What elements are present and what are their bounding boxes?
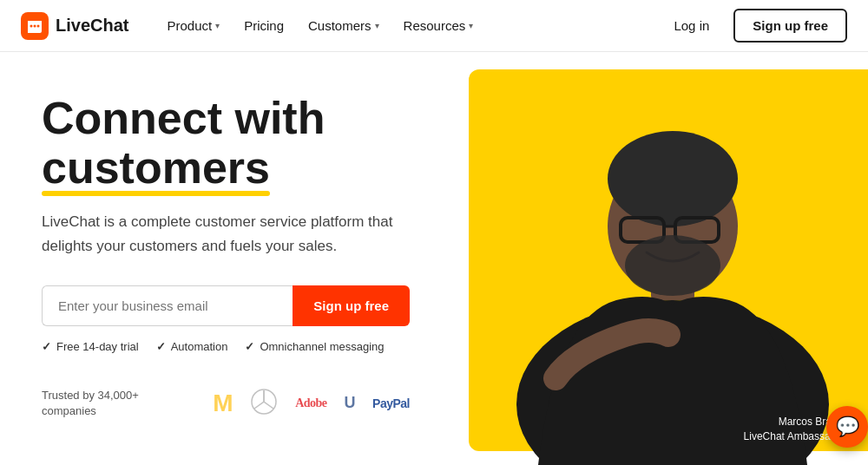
unilever-logo: U [345, 394, 356, 412]
signup-form: Sign up free [42, 285, 410, 326]
nav-item-pricing[interactable]: Pricing [233, 11, 294, 40]
social-proof: Trusted by 34,000+ companies M Adobe U P… [42, 388, 410, 419]
nav-links: Product ▾ Pricing Customers ▾ Resources … [156, 11, 660, 40]
chat-widget-button[interactable]: 💬 [826, 406, 868, 448]
nav-item-product[interactable]: Product ▾ [156, 11, 230, 40]
svg-point-8 [608, 131, 738, 226]
hero-headline: Connect with customers [42, 94, 410, 193]
feature-omnichannel: ✓ Omnichannel messaging [245, 340, 384, 353]
svg-point-12 [625, 235, 720, 296]
trusted-text: Trusted by 34,000+ companies [42, 388, 188, 419]
feature-trial: ✓ Free 14-day trial [42, 340, 139, 353]
hero-left: Connect with customers LiveChat is a com… [0, 52, 451, 465]
mercedes-logo [250, 388, 278, 419]
email-input[interactable] [42, 285, 293, 326]
adobe-logo: Adobe [295, 396, 326, 410]
feature-automation: ✓ Automation [156, 340, 228, 353]
login-button[interactable]: Log in [660, 11, 723, 40]
headline-underline: customers [42, 143, 270, 193]
chevron-down-icon: ▾ [375, 21, 379, 30]
check-icon: ✓ [245, 340, 254, 353]
brand-logos: M Adobe U PayPal [213, 388, 410, 419]
chat-icon: 💬 [836, 416, 859, 438]
mcdonalds-logo: M [213, 390, 233, 417]
signup-button-nav[interactable]: Sign up free [733, 9, 847, 43]
features-list: ✓ Free 14-day trial ✓ Automation ✓ Omnic… [42, 340, 410, 353]
ambassador-image: Marcos Bravo, LiveChat Ambassador [486, 75, 859, 465]
logo-text: LiveChat [56, 16, 128, 36]
nav-right: Log in Sign up free [660, 9, 847, 43]
hero-subtext: LiveChat is a complete customer service … [42, 210, 406, 257]
signup-button-hero[interactable]: Sign up free [293, 285, 410, 326]
svg-point-3 [37, 24, 40, 27]
chevron-down-icon: ▾ [469, 21, 473, 30]
check-icon: ✓ [42, 340, 51, 353]
chevron-down-icon: ▾ [215, 21, 220, 30]
hero-right: Marcos Bravo, LiveChat Ambassador 💬 [451, 52, 868, 465]
svg-point-2 [34, 24, 36, 27]
hero-section: Connect with customers LiveChat is a com… [0, 52, 868, 465]
nav-item-resources[interactable]: Resources ▾ [393, 11, 484, 40]
check-icon: ✓ [156, 340, 166, 353]
paypal-logo: PayPal [372, 396, 410, 410]
nav-item-customers[interactable]: Customers ▾ [298, 11, 390, 40]
svg-point-1 [30, 24, 33, 27]
logo[interactable]: LiveChat [21, 12, 128, 40]
livechat-logo-icon [21, 12, 49, 40]
navbar: LiveChat Product ▾ Pricing Customers ▾ R… [0, 0, 868, 52]
